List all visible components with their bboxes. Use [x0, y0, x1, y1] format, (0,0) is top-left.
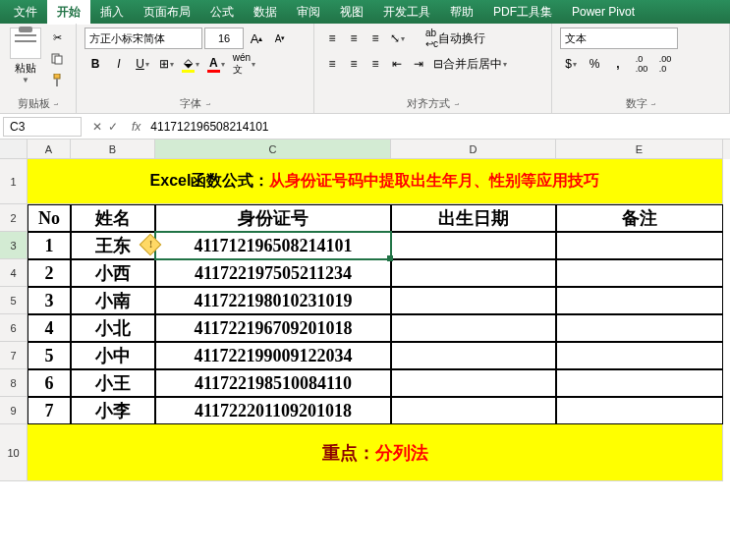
align-middle-button[interactable]: ≡ — [344, 29, 364, 47]
indent-decrease-button[interactable]: ⇤ — [387, 55, 407, 73]
tab-file[interactable]: 文件 — [4, 0, 47, 25]
tab-formulas[interactable]: 公式 — [200, 0, 244, 25]
table-cell-birth[interactable] — [391, 342, 556, 369]
table-cell-birth[interactable] — [391, 287, 556, 314]
worksheet-grid[interactable]: A B C D E 1 Excel函数公式：从身份证号码中提取出生年月、性别等应… — [0, 140, 730, 481]
table-cell-id[interactable]: 411722197505211234 — [155, 259, 391, 287]
bold-button[interactable]: B — [84, 53, 106, 75]
table-cell-note[interactable] — [556, 287, 723, 314]
row-header-5[interactable]: 5 — [0, 287, 28, 314]
table-cell-note[interactable] — [556, 314, 723, 342]
font-name-select[interactable] — [84, 28, 202, 49]
table-cell-note[interactable] — [556, 397, 723, 424]
chevron-down-icon[interactable]: ▼ — [22, 76, 29, 84]
tab-data[interactable]: 数据 — [244, 0, 287, 25]
comma-button[interactable]: , — [607, 53, 629, 75]
fill-color-button[interactable]: ⬙▾ — [179, 53, 202, 75]
table-cell-no[interactable]: 5 — [28, 342, 71, 369]
clipboard-dialog-icon[interactable]: ⨼ — [53, 98, 58, 109]
col-header-e[interactable]: E — [556, 140, 723, 159]
align-right-button[interactable]: ≡ — [365, 55, 385, 73]
table-cell-no[interactable]: 1 — [28, 232, 71, 259]
format-painter-button[interactable] — [46, 71, 68, 90]
tab-layout[interactable]: 页面布局 — [134, 0, 200, 25]
row-header-1[interactable]: 1 — [0, 159, 28, 204]
table-cell-birth[interactable] — [391, 314, 556, 342]
merge-center-button[interactable]: ⊟ 合并后居中▾ — [430, 53, 510, 75]
formula-input[interactable]: 411712196508214101 — [146, 118, 730, 136]
tab-pdf[interactable]: PDF工具集 — [483, 0, 562, 25]
table-cell-birth[interactable] — [391, 369, 556, 397]
decrease-font-button[interactable]: A▾ — [269, 28, 291, 49]
number-dialog-icon[interactable]: ⨼ — [650, 98, 655, 109]
currency-button[interactable]: $▾ — [560, 53, 582, 75]
table-cell-id[interactable]: 411722196709201018 — [155, 314, 391, 342]
align-center-button[interactable]: ≡ — [344, 55, 364, 73]
italic-button[interactable]: I — [108, 53, 130, 75]
tab-insert[interactable]: 插入 — [90, 0, 134, 25]
title-cell[interactable]: Excel函数公式：从身份证号码中提取出生年月、性别等应用技巧 — [28, 159, 723, 204]
tab-review[interactable]: 审阅 — [287, 0, 330, 25]
tab-help[interactable]: 帮助 — [440, 0, 483, 25]
row-header-7[interactable]: 7 — [0, 342, 28, 369]
header-id[interactable]: 身份证号 — [155, 204, 391, 232]
table-cell-no[interactable]: 3 — [28, 287, 71, 314]
decrease-decimal-button[interactable]: .00.0 — [654, 53, 676, 75]
number-format-select[interactable] — [560, 28, 678, 49]
table-cell-name[interactable]: 小南 — [71, 287, 155, 314]
wrap-text-button[interactable]: ab↩c 自动换行 — [422, 28, 488, 49]
table-cell-note[interactable] — [556, 259, 723, 287]
table-cell-id[interactable]: 411712196508214101 — [155, 232, 391, 259]
col-header-c[interactable]: C — [155, 140, 391, 159]
table-cell-name[interactable]: 小西 — [71, 259, 155, 287]
table-cell-no[interactable]: 6 — [28, 369, 71, 397]
paste-button[interactable]: 粘贴 ▼ — [8, 28, 42, 84]
header-note[interactable]: 备注 — [556, 204, 723, 232]
tab-dev[interactable]: 开发工具 — [373, 0, 440, 25]
tab-home[interactable]: 开始 — [47, 0, 90, 25]
row-header-4[interactable]: 4 — [0, 259, 28, 287]
font-color-button[interactable]: A▾ — [204, 53, 228, 75]
tab-view[interactable]: 视图 — [330, 0, 373, 25]
table-cell-name[interactable]: 小李 — [71, 397, 155, 424]
table-cell-id[interactable]: 411722199009122034 — [155, 342, 391, 369]
tab-powerpivot[interactable]: Power Pivot — [562, 1, 645, 23]
fx-icon[interactable]: fx — [126, 120, 146, 134]
table-cell-birth[interactable] — [391, 259, 556, 287]
underline-button[interactable]: U▾ — [132, 53, 153, 75]
cut-button[interactable]: ✂ — [46, 28, 68, 47]
row-header-2[interactable]: 2 — [0, 204, 28, 232]
indent-increase-button[interactable]: ⇥ — [409, 55, 428, 73]
row-header-6[interactable]: 6 — [0, 314, 28, 342]
align-bottom-button[interactable]: ≡ — [365, 29, 385, 47]
align-dialog-icon[interactable]: ⨼ — [454, 98, 459, 109]
table-cell-id[interactable]: 411722201109201018 — [155, 397, 391, 424]
phonetic-button[interactable]: wén文▾ — [230, 53, 258, 75]
header-name[interactable]: 姓名 — [71, 204, 155, 232]
table-cell-note[interactable] — [556, 232, 723, 259]
increase-font-button[interactable]: A▴ — [246, 28, 267, 49]
align-top-button[interactable]: ≡ — [322, 29, 342, 47]
table-cell-no[interactable]: 4 — [28, 314, 71, 342]
table-cell-name[interactable]: 小北 — [71, 314, 155, 342]
table-cell-note[interactable] — [556, 342, 723, 369]
select-all-corner[interactable] — [0, 140, 28, 159]
row-header-10[interactable]: 10 — [0, 424, 28, 481]
header-birth[interactable]: 出生日期 — [391, 204, 556, 232]
align-left-button[interactable]: ≡ — [322, 55, 342, 73]
accept-formula-button[interactable]: ✓ — [108, 120, 118, 134]
table-cell-note[interactable] — [556, 369, 723, 397]
col-header-a[interactable]: A — [28, 140, 71, 159]
cancel-formula-button[interactable]: ✕ — [92, 120, 102, 134]
font-size-select[interactable] — [204, 28, 244, 49]
table-cell-id[interactable]: 411722198510084110 — [155, 369, 391, 397]
table-cell-id[interactable]: 411722198010231019 — [155, 287, 391, 314]
row-header-3[interactable]: 3 — [0, 232, 28, 259]
table-cell-birth[interactable] — [391, 232, 556, 259]
table-cell-no[interactable]: 7 — [28, 397, 71, 424]
col-header-d[interactable]: D — [391, 140, 556, 159]
copy-button[interactable] — [46, 49, 68, 69]
orientation-button[interactable]: ⤡▾ — [387, 29, 407, 47]
font-dialog-icon[interactable]: ⨼ — [205, 98, 210, 109]
footer-cell[interactable]: 重点：分列法 — [28, 424, 723, 481]
